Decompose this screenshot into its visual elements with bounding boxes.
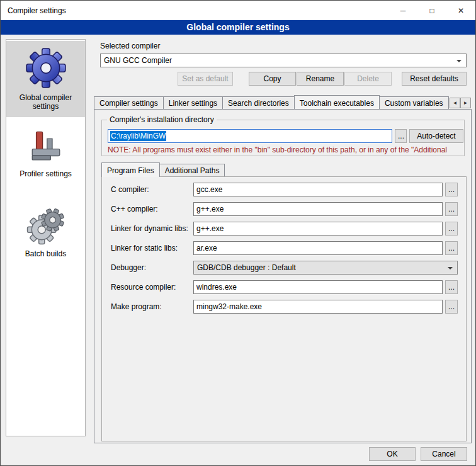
make-program-label: Make program: [111, 300, 162, 314]
linker-dynamic-label: Linker for dynamic libs: [111, 222, 188, 236]
debugger-label: Debugger: [111, 261, 146, 275]
tab-scroll-right-icon[interactable]: ► [460, 98, 471, 108]
tab-custom-variables[interactable]: Custom variables [379, 96, 449, 109]
close-button[interactable]: ✕ [446, 1, 475, 20]
tab-scroll-left-icon[interactable]: ◄ [450, 98, 460, 108]
page-title: Global compiler settings [1, 20, 475, 35]
make-program-input[interactable] [193, 300, 443, 314]
debugger-selected-value: GDB/CDB debugger : Default [197, 263, 296, 272]
window-controls: ─ □ ✕ [388, 1, 475, 20]
browse-linker-dynamic-button[interactable]: ... [445, 222, 458, 236]
linker-dynamic-input[interactable] [193, 222, 443, 236]
gear-icon [25, 47, 67, 89]
groupbox-title: Compiler's installation directory [107, 115, 217, 124]
installation-directory-groupbox: Compiler's installation directory C:\ray… [101, 120, 465, 156]
selected-compiler-label: Selected compiler [100, 42, 160, 50]
c-compiler-label: C compiler: [111, 183, 149, 196]
rename-button[interactable]: Rename [297, 72, 344, 86]
reset-defaults-button[interactable]: Reset defaults [402, 72, 467, 86]
note-text: NOTE: All programs must exist either in … [108, 145, 460, 154]
installation-directory-value: C:\raylib\MinGW [110, 131, 166, 141]
sidebar: Global compiler settings Profiler settin… [6, 39, 86, 436]
linker-static-label: Linker for static libs: [111, 241, 178, 255]
browse-linker-static-button[interactable]: ... [445, 241, 458, 255]
program-files-tabstrip: Program Files Additional Paths [101, 162, 224, 176]
sidebar-item-label: Profiler settings [20, 169, 72, 178]
sidebar-item-profiler-settings[interactable]: Profiler settings [6, 122, 85, 185]
resource-compiler-label: Resource compiler: [111, 280, 176, 294]
tab-search-directories[interactable]: Search directories [222, 96, 295, 109]
tab-program-files[interactable]: Program Files [101, 162, 160, 177]
tab-build-options[interactable]: Build [448, 96, 449, 109]
resource-compiler-input[interactable] [193, 280, 443, 294]
browse-make-program-button[interactable]: ... [445, 300, 458, 314]
maximize-button[interactable]: □ [417, 1, 446, 20]
program-files-panel: C compiler: ... C++ compiler: ... Linker… [101, 176, 467, 441]
linker-static-input[interactable] [193, 241, 443, 255]
settings-tabstrip: Compiler settings Linker settings Search… [94, 94, 449, 109]
compiler-settings-window: Compiler settings ─ □ ✕ Global compiler … [0, 0, 476, 466]
ok-button[interactable]: OK [369, 447, 416, 461]
sidebar-item-global-compiler-settings[interactable]: Global compiler settings [6, 41, 85, 117]
auto-detect-button[interactable]: Auto-detect [409, 129, 463, 143]
tab-compiler-settings[interactable]: Compiler settings [94, 96, 164, 109]
chevron-down-icon [456, 60, 462, 65]
sidebar-item-label: Batch builds [25, 249, 66, 258]
installation-directory-input[interactable]: C:\raylib\MinGW [108, 129, 392, 143]
browse-cpp-compiler-button[interactable]: ... [445, 202, 458, 216]
browse-directory-button[interactable]: ... [395, 129, 407, 143]
profiler-tool-icon [28, 128, 64, 165]
cpp-compiler-input[interactable] [193, 202, 443, 216]
compiler-select[interactable]: GNU GCC Compiler [100, 54, 467, 67]
minimize-button[interactable]: ─ [388, 1, 417, 20]
debugger-select[interactable]: GDB/CDB debugger : Default [193, 261, 458, 275]
chevron-down-icon [448, 267, 453, 272]
browse-resource-compiler-button[interactable]: ... [445, 280, 458, 294]
compiler-selected-value: GNU GCC Compiler [104, 56, 172, 65]
sidebar-item-batch-builds[interactable]: Batch builds [6, 200, 85, 264]
cancel-button[interactable]: Cancel [421, 447, 467, 461]
c-compiler-input[interactable] [193, 183, 443, 196]
tab-linker-settings[interactable]: Linker settings [163, 96, 223, 109]
copy-button[interactable]: Copy [249, 72, 296, 86]
sidebar-item-label: Global compiler settings [8, 93, 83, 111]
window-title: Compiler settings [1, 6, 66, 15]
delete-button[interactable]: Delete [344, 72, 392, 86]
tab-additional-paths[interactable]: Additional Paths [159, 164, 225, 176]
browse-c-compiler-button[interactable]: ... [445, 183, 458, 196]
batch-builds-gears-icon [26, 206, 65, 245]
tab-toolchain-executables[interactable]: Toolchain executables [294, 95, 380, 109]
titlebar: Compiler settings ─ □ ✕ [1, 1, 475, 20]
set-as-default-button[interactable]: Set as default [178, 72, 233, 86]
cpp-compiler-label: C++ compiler: [111, 202, 158, 216]
